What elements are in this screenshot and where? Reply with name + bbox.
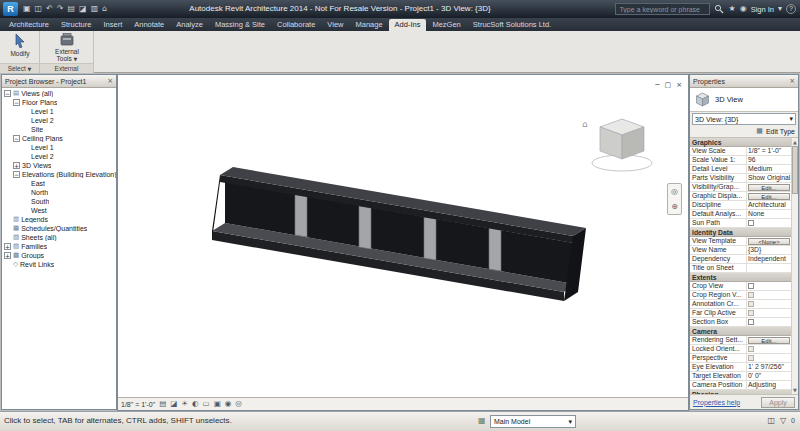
property-value[interactable] — [747, 318, 791, 326]
modify-button[interactable]: Modify — [5, 32, 35, 57]
property-value[interactable] — [747, 291, 791, 299]
tree-item[interactable]: Level 1 — [2, 107, 116, 116]
undo-icon[interactable]: ↶ — [46, 5, 53, 13]
value-checkbox[interactable] — [748, 319, 754, 325]
worksets-icon[interactable]: ▦ — [478, 417, 486, 425]
property-value[interactable] — [747, 219, 791, 227]
ribbon-tab-massing-site[interactable]: Massing & Site — [209, 19, 271, 31]
type-selector-dropdown[interactable]: 3D View: {3D} ▾ — [692, 113, 796, 125]
restore-view-icon[interactable]: ▢ — [665, 81, 672, 89]
scroll-down-icon[interactable]: ▼ — [792, 387, 798, 393]
main-model-dropdown[interactable]: Main Model ▾ — [490, 415, 576, 428]
navigation-bar[interactable]: ◎ ⊕ — [667, 183, 682, 215]
filter-icon[interactable]: ▽ — [780, 416, 786, 425]
project-browser-header[interactable]: Project Browser - Project1 × — [2, 75, 116, 88]
properties-help-link[interactable]: Properties help — [693, 399, 740, 406]
open-icon[interactable]: ▣ — [23, 5, 31, 13]
property-value[interactable]: Edit... — [747, 336, 791, 344]
property-section-header[interactable]: Identity Data — [690, 228, 791, 237]
edit-type-button[interactable]: Edit Type — [766, 128, 795, 135]
temporary-hide-icon[interactable]: ◉ — [225, 400, 232, 408]
exchange-apps-icon[interactable]: ★ — [728, 5, 735, 13]
close-icon[interactable]: × — [789, 77, 795, 85]
app-menu-button[interactable]: R — [3, 2, 18, 16]
property-value[interactable]: 1/8" = 1'-0" — [747, 147, 791, 155]
ribbon-tab-structure[interactable]: Structure — [55, 19, 97, 31]
property-value[interactable]: Architectural — [747, 201, 791, 209]
ribbon-tab-insert[interactable]: Insert — [97, 19, 128, 31]
ribbon-tab-manage[interactable]: Manage — [349, 19, 388, 31]
collapse-icon[interactable]: − — [4, 90, 11, 97]
property-value[interactable] — [747, 309, 791, 317]
show-crop-icon[interactable]: ▣ — [214, 400, 221, 408]
chevron-down-icon[interactable]: ▾ — [778, 5, 782, 13]
tag-icon[interactable]: ▥ — [91, 5, 99, 13]
ribbon-tab-add-ins[interactable]: Add-Ins — [389, 19, 427, 31]
editable-only-icon[interactable]: ◫ — [767, 416, 775, 425]
search-icon[interactable] — [714, 4, 724, 14]
collapse-icon[interactable]: − — [13, 171, 20, 178]
expand-icon[interactable]: + — [4, 252, 11, 259]
viewcube[interactable]: ⌂ — [578, 111, 670, 181]
external-tools-button[interactable]: External Tools ▼ — [49, 32, 85, 63]
apply-button[interactable]: Apply — [761, 397, 795, 408]
shadows-icon[interactable]: ◐ — [192, 400, 199, 408]
property-section-header[interactable]: Graphics — [690, 138, 791, 147]
measure-icon[interactable]: ◪ — [79, 5, 87, 13]
tree-item[interactable]: ▧Sheets (all) — [2, 233, 116, 242]
property-value[interactable]: Independent — [747, 255, 791, 263]
zoom-icon[interactable]: ⊕ — [671, 202, 678, 211]
tree-item[interactable]: Site — [2, 125, 116, 134]
property-value[interactable] — [747, 300, 791, 308]
property-value[interactable]: None — [747, 210, 791, 218]
scroll-up-icon[interactable]: ▲ — [792, 139, 798, 145]
tree-item[interactable]: −Elevations (Building Elevation) — [2, 170, 116, 179]
tree-item[interactable]: ◇Revit Links — [2, 260, 116, 269]
tree-item[interactable]: ▦Schedules/Quantities — [2, 224, 116, 233]
tree-item[interactable]: South — [2, 197, 116, 206]
search-input[interactable] — [615, 3, 710, 15]
detail-level-icon[interactable]: ▤ — [159, 400, 166, 408]
expand-icon[interactable]: + — [4, 243, 11, 250]
save-icon[interactable]: ◫ — [35, 5, 43, 13]
sign-in-button[interactable]: Sign In — [751, 5, 774, 14]
tree-item[interactable]: West — [2, 206, 116, 215]
tree-item[interactable]: +3D Views — [2, 161, 116, 170]
collapse-icon[interactable]: − — [13, 135, 20, 142]
reveal-hidden-icon[interactable]: ◎ — [235, 400, 242, 408]
tree-item[interactable]: −Ceiling Plans — [2, 134, 116, 143]
ribbon-tab-collaborate[interactable]: Collaborate — [271, 19, 321, 31]
property-section-header[interactable]: Camera — [690, 327, 791, 336]
edit-value-button[interactable]: Edit... — [748, 184, 790, 191]
properties-header[interactable]: Properties × — [690, 75, 798, 88]
property-value[interactable] — [747, 282, 791, 290]
minimize-view-icon[interactable]: ─ — [655, 81, 659, 89]
tree-item[interactable]: North — [2, 188, 116, 197]
close-icon[interactable]: × — [107, 77, 113, 85]
property-value[interactable]: <None> — [747, 237, 791, 245]
edit-value-button[interactable]: Edit... — [748, 193, 790, 200]
properties-scrollbar[interactable]: ▲ ▼ — [791, 138, 798, 394]
panel-label-select[interactable]: Select ▼ — [0, 63, 39, 73]
tree-item[interactable]: ▥Legends — [2, 215, 116, 224]
edit-value-button[interactable]: <None> — [748, 238, 790, 245]
collapse-icon[interactable]: − — [13, 99, 20, 106]
visual-style-icon[interactable]: ◪ — [170, 400, 177, 408]
drawing-area[interactable]: ⌂ ◎ ⊕ ─▢× 1/8" = 1'-0" ▤◪☀◐▭▣◉◎ — [117, 74, 689, 411]
property-section-header[interactable]: Phasing — [690, 390, 791, 394]
tree-item[interactable]: East — [2, 179, 116, 188]
ribbon-tab-mezgen[interactable]: MezGen — [426, 19, 466, 31]
ribbon-tab-analyze[interactable]: Analyze — [170, 19, 209, 31]
view-scale-button[interactable]: 1/8" = 1'-0" — [121, 401, 155, 408]
property-value[interactable]: 0' 0" — [747, 372, 791, 380]
help-icon[interactable]: ? — [786, 4, 796, 14]
property-value[interactable]: Adjusting — [747, 381, 791, 389]
tree-item[interactable]: Level 2 — [2, 152, 116, 161]
property-value[interactable]: {3D} — [747, 246, 791, 254]
expand-icon[interactable]: + — [13, 162, 20, 169]
property-value[interactable]: Edit... — [747, 192, 791, 200]
redo-icon[interactable]: ↷ — [57, 5, 64, 13]
property-value[interactable]: Show Original — [747, 174, 791, 182]
close-view-icon[interactable]: × — [676, 81, 682, 89]
property-value[interactable]: 96 — [747, 156, 791, 164]
